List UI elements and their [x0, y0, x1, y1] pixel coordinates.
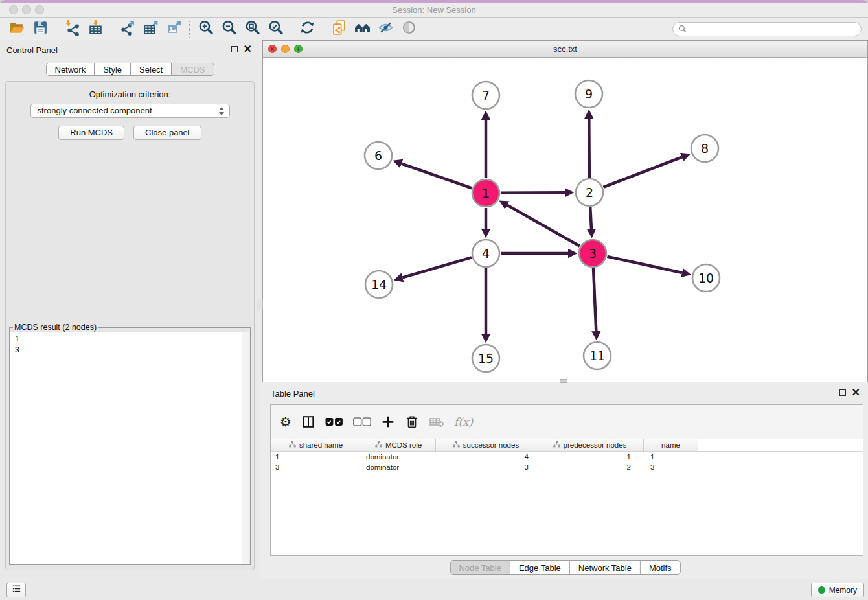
graph-node-6[interactable]: 6 [365, 142, 392, 169]
duplicate-network-button[interactable] [327, 19, 350, 39]
birds-eye-button[interactable] [397, 19, 420, 39]
column-header-predecessor-nodes[interactable]: predecessor nodes [536, 439, 644, 451]
float-panel-icon[interactable] [839, 389, 846, 396]
table-cell[interactable]: 1 [644, 452, 698, 462]
table-row[interactable]: 1dominator411 [271, 452, 863, 462]
table-cell[interactable]: 3 [644, 462, 698, 472]
table-cell[interactable]: 2 [536, 462, 644, 472]
tab-edge-table[interactable]: Edge Table [510, 561, 570, 574]
mcds-result-list: 13 [10, 332, 249, 356]
graph-node-15[interactable]: 15 [472, 345, 499, 372]
graph-node-1[interactable]: 1 [472, 179, 499, 207]
criterion-select-value: strongly connected component [38, 106, 152, 115]
network-canvas[interactable]: 7968124314101511 [263, 58, 867, 382]
save-session-button[interactable] [29, 19, 52, 39]
graph-node-14[interactable]: 14 [365, 271, 393, 298]
status-bar: Memory [0, 579, 868, 600]
search-input[interactable] [690, 25, 856, 34]
graph-edge-3-11[interactable] [593, 268, 596, 331]
import-table-button[interactable] [84, 19, 107, 39]
refresh-button[interactable] [295, 19, 319, 39]
tab-node-table[interactable]: Node Table [450, 561, 510, 574]
run-mcds-button[interactable]: Run MCDS [58, 126, 124, 140]
criterion-select[interactable]: strongly connected component [30, 104, 230, 118]
svg-text:2: 2 [586, 185, 593, 200]
import-network-button[interactable] [60, 19, 84, 39]
table-cell[interactable]: 3 [271, 462, 361, 472]
graph-node-3[interactable]: 3 [579, 240, 606, 267]
select-chevrons-icon [219, 107, 224, 115]
table-cell[interactable]: 4 [436, 452, 536, 462]
graph-edge-2-3[interactable] [590, 207, 591, 229]
graph-node-7[interactable]: 7 [472, 82, 499, 109]
network-splitter-handle[interactable] [560, 379, 567, 383]
deselect-all-icon[interactable] [353, 412, 371, 432]
graph-edge-3-1[interactable] [507, 205, 580, 246]
column-header-label: predecessor nodes [564, 441, 627, 449]
tab-network-table[interactable]: Network Table [570, 561, 641, 574]
table-cell[interactable]: 3 [436, 462, 536, 472]
graph-edge-1-6[interactable] [402, 164, 472, 189]
export-network-button[interactable] [115, 19, 139, 39]
table-cell[interactable]: 1 [271, 452, 361, 462]
import-network-icon [64, 19, 80, 38]
tab-select[interactable]: Select [131, 63, 172, 75]
column-header-name[interactable]: name [644, 439, 698, 451]
graphics-details-button[interactable] [374, 19, 397, 39]
zoom-selected-button[interactable] [264, 19, 287, 39]
node-table: shared nameMCDS rolesuccessor nodesprede… [271, 439, 863, 472]
table-cell[interactable]: dominator [361, 462, 436, 472]
close-panel-icon[interactable]: ✕ [852, 389, 860, 397]
add-column-icon[interactable] [381, 412, 395, 432]
eye-slash-icon [378, 19, 394, 38]
graph-node-11[interactable]: 11 [584, 342, 611, 369]
result-scrollbar[interactable] [242, 332, 249, 564]
zoom-out-button[interactable] [217, 19, 240, 39]
mcds-result-title: MCDS result (2 nodes) [13, 323, 98, 332]
column-header-successor-nodes[interactable]: successor nodes [436, 439, 536, 451]
memory-button[interactable]: Memory [811, 583, 864, 597]
close-panel-button[interactable]: Close panel [133, 126, 201, 140]
graph-edge-2-9[interactable] [589, 119, 589, 178]
table-row[interactable]: 3dominator323 [271, 462, 863, 472]
tab-style[interactable]: Style [95, 63, 131, 75]
open-session-button[interactable] [5, 19, 29, 39]
search-box[interactable] [672, 22, 862, 36]
float-panel-icon[interactable] [231, 46, 238, 52]
column-selector-icon[interactable] [301, 412, 315, 432]
graph-node-8[interactable]: 8 [691, 135, 718, 162]
tab-network[interactable]: Network [46, 63, 95, 75]
graph-edge-1-2[interactable] [501, 192, 565, 193]
export-image-icon [166, 19, 182, 38]
export-image-button[interactable] [162, 19, 185, 39]
column-header-MCDS-role[interactable]: MCDS role [361, 439, 436, 451]
graph-edge-4-14[interactable] [402, 257, 471, 277]
first-neighbors-button[interactable] [350, 19, 374, 39]
panel-splitter-handle[interactable] [257, 299, 263, 310]
delete-column-icon[interactable] [405, 412, 419, 432]
table-cell[interactable]: 1 [536, 452, 644, 462]
tab-motifs[interactable]: Motifs [641, 561, 680, 574]
tab-mcds[interactable]: MCDS [172, 63, 213, 75]
graph-node-4[interactable]: 4 [472, 240, 499, 267]
graph-node-2[interactable]: 2 [576, 179, 603, 206]
table-cell[interactable]: dominator [361, 452, 436, 462]
graph-edge-2-8[interactable] [603, 157, 681, 187]
column-type-icon [453, 441, 460, 449]
column-header-label: name [661, 441, 680, 449]
table-settings-icon[interactable]: ⚙ [280, 412, 291, 432]
column-header-shared-name[interactable]: shared name [271, 439, 361, 451]
close-panel-icon[interactable]: ✕ [244, 45, 252, 53]
select-all-icon[interactable] [325, 412, 343, 432]
zoom-in-button[interactable] [194, 19, 217, 39]
column-header-label: shared name [299, 441, 343, 449]
zoom-fit-button[interactable] [240, 19, 264, 39]
task-history-button[interactable] [6, 583, 26, 597]
graph-node-10[interactable]: 10 [692, 264, 720, 292]
graph-edge-3-10[interactable] [607, 257, 681, 273]
mcds-panel: Optimization criterion: strongly connect… [5, 81, 255, 570]
table-header-row: shared nameMCDS rolesuccessor nodesprede… [271, 439, 863, 452]
export-table-button[interactable] [139, 19, 162, 39]
open-folder-icon [9, 19, 25, 38]
graph-node-9[interactable]: 9 [575, 80, 602, 108]
